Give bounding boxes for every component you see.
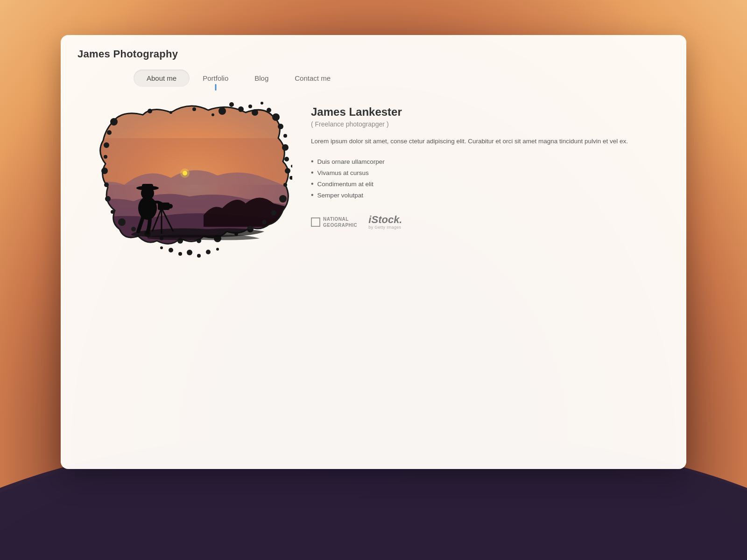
svg-point-33 <box>131 227 136 231</box>
svg-point-41 <box>107 130 112 135</box>
svg-point-61 <box>138 196 157 220</box>
istock-name: iStock. <box>368 215 402 225</box>
person-name: James Lankester <box>311 105 669 119</box>
nav-blog[interactable]: Blog <box>241 70 282 87</box>
svg-point-52 <box>197 254 201 258</box>
svg-point-40 <box>104 142 109 148</box>
main-card: James Photography About me Portfolio Blo… <box>61 35 686 469</box>
svg-point-20 <box>284 157 289 161</box>
natgeo-logo: NATIONALGEOGRAPHIC <box>311 216 357 228</box>
svg-point-44 <box>192 107 196 111</box>
card-header: James Photography About me Portfolio Blo… <box>61 35 686 87</box>
photographer-scene <box>78 91 292 259</box>
istock-logo: iStock. by Getty Images <box>368 215 402 230</box>
partners-section: NATIONALGEOGRAPHIC iStock. by Getty Imag… <box>311 215 669 230</box>
svg-point-39 <box>104 155 107 159</box>
svg-point-50 <box>178 252 182 256</box>
svg-point-23 <box>279 195 287 203</box>
svg-point-53 <box>206 250 211 254</box>
bullet-list: Duis ornare ullamcorper Vivamus at cursu… <box>311 156 669 201</box>
svg-point-43 <box>211 113 214 116</box>
svg-point-48 <box>289 176 292 180</box>
bullet-item-4: Semper volutpat <box>311 189 669 201</box>
photo-section <box>78 91 292 259</box>
nav-about[interactable]: About me <box>134 70 190 87</box>
svg-point-18 <box>283 134 287 138</box>
svg-point-54 <box>160 246 163 249</box>
bio-text: Lorem ipsum dolor sit amet, conse ctetur… <box>311 136 669 147</box>
svg-point-14 <box>261 102 263 105</box>
info-section: James Lankester ( Freelance photograpger… <box>311 91 669 230</box>
bullet-item-2: Vivamus at cursus <box>311 167 669 178</box>
bullet-item-1: Duis ornare ullamcorper <box>311 156 669 167</box>
card-body: James Lankester ( Freelance photograpger… <box>61 87 686 273</box>
natgeo-label: NATIONALGEOGRAPHIC <box>323 216 357 228</box>
svg-rect-60 <box>167 204 173 209</box>
nav-contact[interactable]: Contact me <box>282 70 344 87</box>
navigation: About me Portfolio Blog Contact me <box>134 70 669 87</box>
svg-point-24 <box>271 210 276 216</box>
svg-point-49 <box>169 248 173 252</box>
svg-point-55 <box>216 248 219 251</box>
nav-portfolio[interactable]: Portfolio <box>190 70 241 87</box>
svg-point-51 <box>187 250 192 255</box>
svg-point-10 <box>229 102 234 107</box>
natgeo-box <box>311 217 320 227</box>
svg-point-12 <box>248 105 252 108</box>
svg-point-25 <box>262 220 267 224</box>
person-title: ( Freelance photograpger ) <box>311 120 669 128</box>
bullet-item-3: Condimentum at elit <box>311 178 669 189</box>
svg-point-8 <box>180 168 190 178</box>
svg-point-34 <box>118 218 126 226</box>
site-title: James Photography <box>78 48 669 60</box>
istock-sub: by Getty Images <box>368 225 401 230</box>
svg-point-9 <box>218 107 226 115</box>
svg-rect-64 <box>142 184 153 190</box>
svg-point-47 <box>291 165 292 168</box>
